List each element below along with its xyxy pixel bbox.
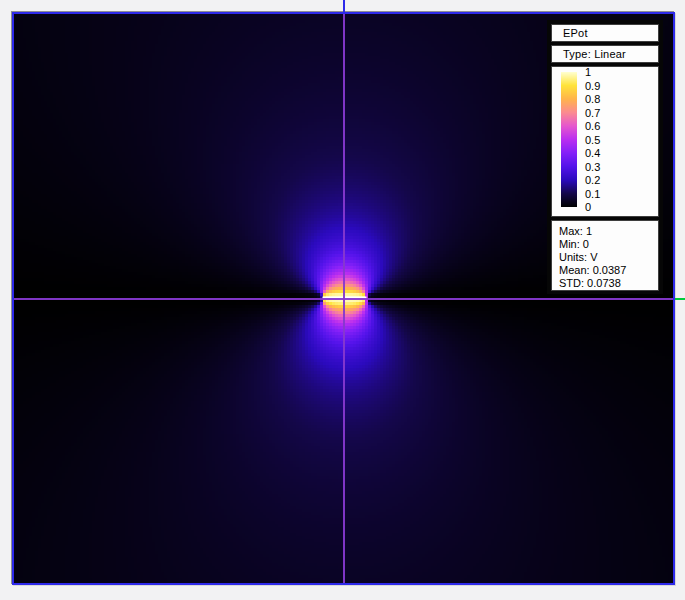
stat-line: Min: 0 (559, 238, 656, 251)
vertical-cut-top-marker (343, 0, 345, 12)
colorbar-tick-label: 0.4 (585, 147, 625, 159)
legend-scale-type: Type: Linear (551, 45, 659, 63)
colorbar-box: 10.90.80.70.60.50.40.30.20.10 (551, 66, 659, 217)
colorbar-tick-label: 0 (585, 201, 625, 213)
stat-line: Max: 1 (559, 225, 656, 238)
legend-title: EPot (551, 24, 659, 42)
colorbar-tick-label: 0.9 (585, 80, 625, 92)
colorbar-tick-label: 0.3 (585, 161, 625, 173)
colorbar-tick-label: 0.7 (585, 107, 625, 119)
colorbar-tick-label: 0.5 (585, 134, 625, 146)
colorbar-tick-label: 0.2 (585, 174, 625, 186)
stat-line: Mean: 0.0387 (559, 264, 656, 277)
stat-line: STD: 0.0738 (559, 277, 656, 290)
stat-line: Units: V (559, 251, 656, 264)
app-window: { "app": { "background": "#f2f2f3" }, "p… (0, 0, 685, 600)
horizontal-cut-right-marker (675, 298, 685, 300)
crosshair-horizontal-line[interactable] (14, 298, 673, 300)
colorbar-gradient (561, 72, 577, 207)
colorbar-tick-label: 0.8 (585, 93, 625, 105)
legend-panel: EPot Type: Linear 10.90.80.70.60.50.40.3… (547, 20, 663, 294)
colorbar-tick-label: 0.6 (585, 120, 625, 132)
colorbar-tick-label: 0.1 (585, 188, 625, 200)
legend-stats: Max: 1Min: 0Units: VMean: 0.0387STD: 0.0… (551, 220, 659, 291)
colorbar-tick-label: 1 (585, 66, 625, 78)
